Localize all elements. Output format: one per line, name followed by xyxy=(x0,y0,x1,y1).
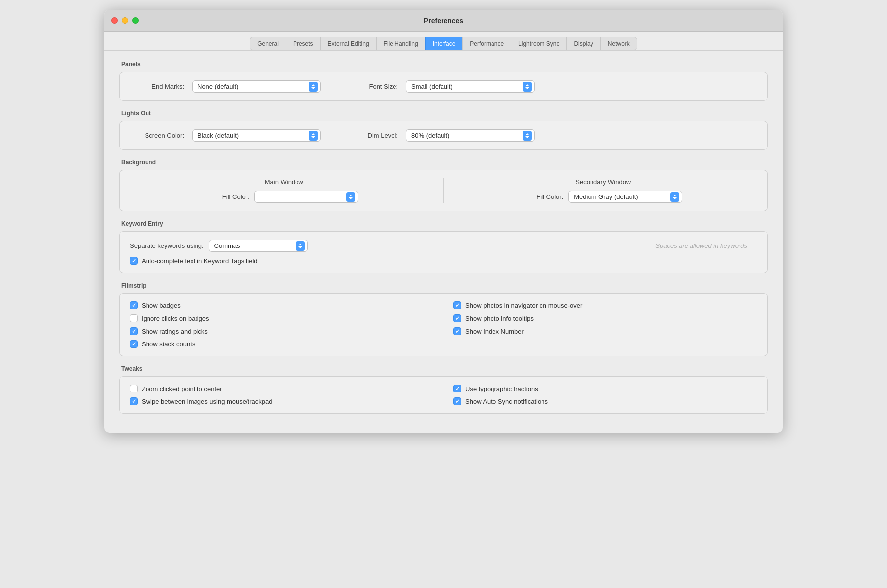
show-tooltips-checkbox[interactable] xyxy=(453,314,461,322)
preferences-window: Preferences General Presets External Edi… xyxy=(104,10,783,433)
end-marks-wrapper: None (default) xyxy=(192,80,321,93)
tab-interface[interactable]: Interface xyxy=(425,37,463,50)
show-navigator-checkbox[interactable] xyxy=(453,301,461,309)
secondary-fill-label: Fill Color: xyxy=(524,193,563,200)
tab-general[interactable]: General xyxy=(250,37,286,50)
show-stack-checkbox[interactable] xyxy=(130,340,138,348)
tweaks-grid: Zoom clicked point to center Swipe betwe… xyxy=(130,385,757,405)
typographic-fractions-label: Use typographic fractions xyxy=(465,385,538,392)
tab-file-handling[interactable]: File Handling xyxy=(376,37,425,50)
main-fill-label: Fill Color: xyxy=(210,193,249,200)
keyword-entry-box: Separate keywords using: Commas Spaces a… xyxy=(119,231,768,273)
font-size-label: Font Size: xyxy=(344,83,398,90)
background-label: Background xyxy=(119,159,768,166)
zoom-clicked-checkbox[interactable] xyxy=(130,385,138,392)
keyword-entry-section: Keyword Entry Separate keywords using: C… xyxy=(119,220,768,273)
zoom-clicked-label: Zoom clicked point to center xyxy=(142,385,222,392)
font-size-wrapper: Small (default) xyxy=(406,80,535,93)
show-index-label: Show Index Number xyxy=(465,328,524,335)
filmstrip-label: Filmstrip xyxy=(119,282,768,289)
filmstrip-box: Show badges Ignore clicks on badges Show… xyxy=(119,293,768,356)
keyword-entry-label: Keyword Entry xyxy=(119,220,768,227)
lights-out-form-row: Screen Color: Black (default) Dim Level: xyxy=(130,129,757,142)
show-stack-label: Show stack counts xyxy=(142,341,195,348)
tweaks-box: Zoom clicked point to center Swipe betwe… xyxy=(119,376,768,414)
swipe-images-label: Swipe between images using mouse/trackpa… xyxy=(142,398,272,405)
filmstrip-left: Show badges Ignore clicks on badges Show… xyxy=(130,301,434,348)
dim-level-select[interactable]: 80% (default) xyxy=(406,129,535,142)
secondary-window-col: Secondary Window Fill Color: Medium Gray… xyxy=(449,178,758,203)
screen-color-label: Screen Color: xyxy=(130,132,184,139)
show-tooltips-label: Show photo info tooltips xyxy=(465,315,534,322)
main-window-col: Main Window Fill Color: xyxy=(130,178,439,203)
keyword-hint-text: Spaces are allowed in keywords xyxy=(655,242,757,249)
screen-color-select[interactable]: Black (default) xyxy=(192,129,321,142)
show-index-checkbox[interactable] xyxy=(453,327,461,335)
end-marks-select[interactable]: None (default) xyxy=(192,80,321,93)
main-fill-select[interactable] xyxy=(254,191,358,203)
tweaks-right: Use typographic fractions Show Auto Sync… xyxy=(453,385,757,405)
show-ratings-label: Show ratings and picks xyxy=(142,328,208,335)
font-size-select[interactable]: Small (default) xyxy=(406,80,535,93)
minimize-button[interactable] xyxy=(122,17,128,24)
tab-external-editing[interactable]: External Editing xyxy=(320,37,376,50)
show-navigator-label: Show photos in navigator on mouse-over xyxy=(465,302,582,309)
background-section: Background Main Window Fill Color: xyxy=(119,159,768,211)
show-tooltips-row: Show photo info tooltips xyxy=(453,314,757,322)
show-navigator-row: Show photos in navigator on mouse-over xyxy=(453,301,757,309)
autocomplete-checkbox[interactable] xyxy=(130,257,138,265)
main-fill-row: Fill Color: xyxy=(210,191,358,203)
swipe-images-row: Swipe between images using mouse/trackpa… xyxy=(130,397,434,405)
zoom-clicked-row: Zoom clicked point to center xyxy=(130,385,434,392)
ignore-clicks-checkbox[interactable] xyxy=(130,314,138,322)
panels-box: End Marks: None (default) Font Size: xyxy=(119,72,768,101)
panels-section: Panels End Marks: None (default) Font Si… xyxy=(119,61,768,101)
show-index-row: Show Index Number xyxy=(453,327,757,335)
secondary-fill-row: Fill Color: Medium Gray (default) xyxy=(524,191,682,203)
tab-bar: General Presets External Editing File Ha… xyxy=(104,32,783,51)
ignore-clicks-label: Ignore clicks on badges xyxy=(142,315,209,322)
swipe-images-checkbox[interactable] xyxy=(130,397,138,405)
column-divider xyxy=(444,178,444,203)
main-window-label: Main Window xyxy=(265,178,303,186)
keyword-separate-row: Separate keywords using: Commas Spaces a… xyxy=(130,240,757,252)
show-ratings-row: Show ratings and picks xyxy=(130,327,434,335)
tab-presets[interactable]: Presets xyxy=(286,37,320,50)
separate-keywords-label: Separate keywords using: xyxy=(130,242,204,249)
lights-out-label: Lights Out xyxy=(119,110,768,117)
background-columns: Main Window Fill Color: xyxy=(130,178,757,203)
panels-label: Panels xyxy=(119,61,768,68)
traffic-lights xyxy=(111,17,139,24)
autocomplete-row: Auto-complete text in Keyword Tags field xyxy=(130,257,757,265)
tweaks-left: Zoom clicked point to center Swipe betwe… xyxy=(130,385,434,405)
close-button[interactable] xyxy=(111,17,118,24)
dim-level-label: Dim Level: xyxy=(344,132,398,139)
tab-performance[interactable]: Performance xyxy=(462,37,511,50)
auto-sync-checkbox[interactable] xyxy=(453,397,461,405)
lights-out-box: Screen Color: Black (default) Dim Level: xyxy=(119,121,768,150)
lights-out-section: Lights Out Screen Color: Black (default)… xyxy=(119,110,768,150)
filmstrip-section: Filmstrip Show badges Ignore clicks on b… xyxy=(119,282,768,356)
dim-level-wrapper: 80% (default) xyxy=(406,129,535,142)
tweaks-section: Tweaks Zoom clicked point to center Swip… xyxy=(119,365,768,414)
typographic-fractions-checkbox[interactable] xyxy=(453,385,461,392)
maximize-button[interactable] xyxy=(132,17,139,24)
show-badges-label: Show badges xyxy=(142,302,181,309)
end-marks-label: End Marks: xyxy=(130,83,184,90)
filmstrip-right: Show photos in navigator on mouse-over S… xyxy=(453,301,757,348)
tweaks-label: Tweaks xyxy=(119,365,768,372)
ignore-clicks-row: Ignore clicks on badges xyxy=(130,314,434,322)
secondary-fill-select[interactable]: Medium Gray (default) xyxy=(568,191,682,203)
title-bar: Preferences xyxy=(104,10,783,32)
content-area: Panels End Marks: None (default) Font Si… xyxy=(104,51,783,433)
tab-network[interactable]: Network xyxy=(600,37,637,50)
tab-lightroom-sync[interactable]: Lightroom Sync xyxy=(511,37,566,50)
separate-keywords-wrapper: Commas xyxy=(209,240,308,252)
show-ratings-checkbox[interactable] xyxy=(130,327,138,335)
tab-display[interactable]: Display xyxy=(566,37,600,50)
show-stack-row: Show stack counts xyxy=(130,340,434,348)
window-title: Preferences xyxy=(424,17,463,25)
filmstrip-grid: Show badges Ignore clicks on badges Show… xyxy=(130,301,757,348)
show-badges-checkbox[interactable] xyxy=(130,301,138,309)
separate-keywords-select[interactable]: Commas xyxy=(209,240,308,252)
